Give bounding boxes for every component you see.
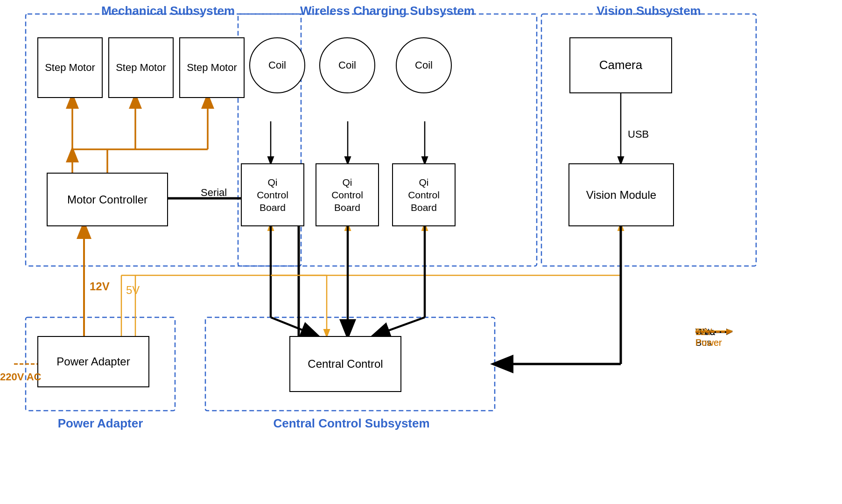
12v-label: 12V — [90, 280, 110, 293]
power-subsystem-label: Power Adapter — [28, 416, 173, 431]
vision-module: Vision Module — [568, 163, 674, 226]
220v-label: 220V AC — [0, 371, 41, 383]
coil-1: Coil — [249, 37, 305, 93]
serial-label: Serial — [201, 187, 227, 199]
wireless-subsystem-label: Wireless Charging Subsystem — [243, 4, 532, 18]
step-motor-2: Step Motor — [108, 37, 174, 98]
usb-label: USB — [628, 128, 649, 140]
coil-3: Coil — [396, 37, 452, 93]
motor-controller: Motor Controller — [47, 173, 168, 226]
step-motor-1: Step Motor — [37, 37, 103, 98]
vision-subsystem-label: Vision Subsystem — [544, 4, 754, 18]
diagram-container: Step Motor Step Motor Step Motor Motor C… — [0, 0, 842, 504]
qi-board-3: QiControlBoard — [392, 163, 456, 226]
svg-line-25 — [373, 317, 425, 336]
svg-marker-44 — [726, 329, 733, 335]
central-control: Central Control — [289, 336, 401, 392]
qi-board-2: QiControlBoard — [316, 163, 379, 226]
camera: Camera — [569, 37, 672, 93]
power-adapter: Power Adapter — [37, 336, 149, 387]
5v-label: 5V — [126, 284, 140, 297]
central-subsystem-label: Central Control Subsystem — [209, 416, 494, 431]
coil-2: Coil — [319, 37, 375, 93]
legend-12v-power: 12V Power — [695, 327, 722, 348]
step-motor-3: Step Motor — [179, 37, 245, 98]
qi-board-1: QiControlBoard — [241, 163, 304, 226]
svg-line-21 — [271, 317, 317, 336]
